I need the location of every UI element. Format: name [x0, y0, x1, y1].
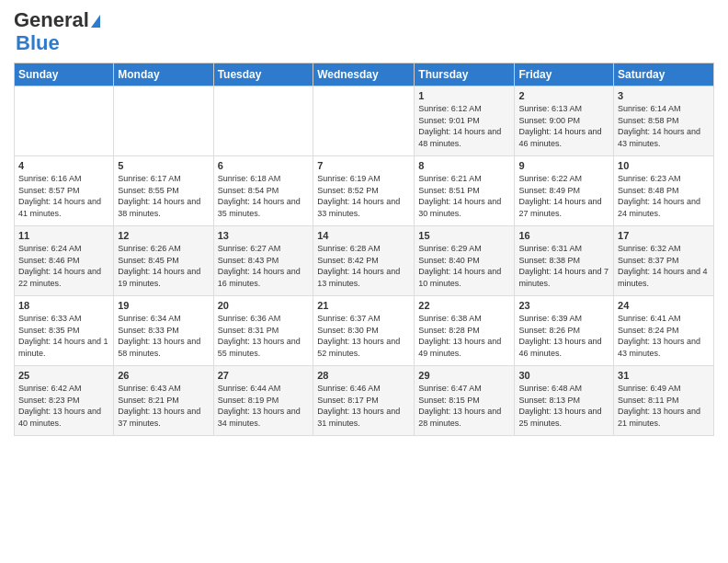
- day-info: Sunrise: 6:49 AM Sunset: 8:11 PM Dayligh…: [618, 383, 710, 429]
- calendar-cell: 16Sunrise: 6:31 AM Sunset: 8:38 PM Dayli…: [515, 226, 614, 296]
- day-info: Sunrise: 6:36 AM Sunset: 8:31 PM Dayligh…: [218, 313, 310, 359]
- day-info: Sunrise: 6:33 AM Sunset: 8:35 PM Dayligh…: [18, 313, 109, 359]
- day-info: Sunrise: 6:27 AM Sunset: 8:43 PM Dayligh…: [218, 243, 310, 289]
- calendar-cell: 11Sunrise: 6:24 AM Sunset: 8:46 PM Dayli…: [15, 226, 114, 296]
- day-number: 29: [418, 370, 510, 381]
- day-number: 18: [18, 300, 109, 311]
- calendar-cell: 21Sunrise: 6:37 AM Sunset: 8:30 PM Dayli…: [313, 296, 415, 366]
- calendar-cell: 23Sunrise: 6:39 AM Sunset: 8:26 PM Dayli…: [515, 296, 614, 366]
- day-number: 27: [218, 370, 310, 381]
- header-row: SundayMondayTuesdayWednesdayThursdayFrid…: [15, 63, 714, 86]
- day-info: Sunrise: 6:21 AM Sunset: 8:51 PM Dayligh…: [418, 173, 510, 219]
- day-info: Sunrise: 6:14 AM Sunset: 8:58 PM Dayligh…: [618, 103, 710, 149]
- day-info: Sunrise: 6:23 AM Sunset: 8:48 PM Dayligh…: [618, 173, 710, 219]
- day-info: Sunrise: 6:41 AM Sunset: 8:24 PM Dayligh…: [618, 313, 710, 359]
- day-info: Sunrise: 6:12 AM Sunset: 9:01 PM Dayligh…: [418, 103, 510, 149]
- day-info: Sunrise: 6:43 AM Sunset: 8:21 PM Dayligh…: [118, 383, 209, 429]
- day-number: 4: [18, 160, 109, 171]
- page-container: General Blue SundayMondayTuesdayWednesda…: [0, 0, 728, 445]
- calendar-cell: 29Sunrise: 6:47 AM Sunset: 8:15 PM Dayli…: [415, 366, 515, 436]
- col-header-tuesday: Tuesday: [213, 63, 313, 86]
- day-info: Sunrise: 6:13 AM Sunset: 9:00 PM Dayligh…: [518, 103, 609, 149]
- col-header-friday: Friday: [515, 63, 614, 86]
- day-number: 8: [418, 160, 510, 171]
- day-info: Sunrise: 6:38 AM Sunset: 8:28 PM Dayligh…: [418, 313, 510, 359]
- calendar-week-row: 18Sunrise: 6:33 AM Sunset: 8:35 PM Dayli…: [15, 296, 714, 366]
- calendar-cell: 10Sunrise: 6:23 AM Sunset: 8:48 PM Dayli…: [614, 156, 714, 226]
- calendar-cell: 31Sunrise: 6:49 AM Sunset: 8:11 PM Dayli…: [614, 366, 714, 436]
- day-info: Sunrise: 6:24 AM Sunset: 8:46 PM Dayligh…: [18, 243, 109, 289]
- day-number: 11: [18, 230, 109, 241]
- calendar-week-row: 4Sunrise: 6:16 AM Sunset: 8:57 PM Daylig…: [15, 156, 714, 226]
- calendar-table: SundayMondayTuesdayWednesdayThursdayFrid…: [14, 63, 714, 436]
- day-number: 1: [418, 90, 510, 101]
- day-number: 30: [518, 370, 609, 381]
- day-info: Sunrise: 6:39 AM Sunset: 8:26 PM Dayligh…: [518, 313, 609, 359]
- col-header-monday: Monday: [114, 63, 213, 86]
- calendar-cell: 19Sunrise: 6:34 AM Sunset: 8:33 PM Dayli…: [114, 296, 213, 366]
- logo-text: General: [14, 9, 100, 31]
- calendar-cell: 20Sunrise: 6:36 AM Sunset: 8:31 PM Dayli…: [213, 296, 313, 366]
- calendar-cell: [15, 86, 114, 156]
- day-number: 19: [118, 300, 209, 311]
- day-number: 7: [317, 160, 410, 171]
- day-info: Sunrise: 6:37 AM Sunset: 8:30 PM Dayligh…: [317, 313, 410, 359]
- day-number: 12: [118, 230, 209, 241]
- day-info: Sunrise: 6:42 AM Sunset: 8:23 PM Dayligh…: [18, 383, 109, 429]
- calendar-cell: [313, 86, 415, 156]
- day-info: Sunrise: 6:28 AM Sunset: 8:42 PM Dayligh…: [317, 243, 410, 289]
- day-number: 17: [618, 230, 710, 241]
- day-number: 23: [518, 300, 609, 311]
- calendar-cell: 22Sunrise: 6:38 AM Sunset: 8:28 PM Dayli…: [415, 296, 515, 366]
- day-number: 20: [218, 300, 310, 311]
- day-info: Sunrise: 6:32 AM Sunset: 8:37 PM Dayligh…: [618, 243, 710, 289]
- day-info: Sunrise: 6:44 AM Sunset: 8:19 PM Dayligh…: [218, 383, 310, 429]
- calendar-cell: 18Sunrise: 6:33 AM Sunset: 8:35 PM Dayli…: [15, 296, 114, 366]
- day-number: 14: [317, 230, 410, 241]
- header: General Blue: [14, 9, 714, 55]
- calendar-cell: 17Sunrise: 6:32 AM Sunset: 8:37 PM Dayli…: [614, 226, 714, 296]
- day-number: 16: [518, 230, 609, 241]
- calendar-week-row: 11Sunrise: 6:24 AM Sunset: 8:46 PM Dayli…: [15, 226, 714, 296]
- day-number: 10: [618, 160, 710, 171]
- calendar-cell: 9Sunrise: 6:22 AM Sunset: 8:49 PM Daylig…: [515, 156, 614, 226]
- calendar-cell: 1Sunrise: 6:12 AM Sunset: 9:01 PM Daylig…: [415, 86, 515, 156]
- day-info: Sunrise: 6:29 AM Sunset: 8:40 PM Dayligh…: [418, 243, 510, 289]
- calendar-cell: 28Sunrise: 6:46 AM Sunset: 8:17 PM Dayli…: [313, 366, 415, 436]
- calendar-cell: 14Sunrise: 6:28 AM Sunset: 8:42 PM Dayli…: [313, 226, 415, 296]
- calendar-cell: 8Sunrise: 6:21 AM Sunset: 8:51 PM Daylig…: [415, 156, 515, 226]
- calendar-cell: 2Sunrise: 6:13 AM Sunset: 9:00 PM Daylig…: [515, 86, 614, 156]
- calendar-cell: 15Sunrise: 6:29 AM Sunset: 8:40 PM Dayli…: [415, 226, 515, 296]
- day-info: Sunrise: 6:18 AM Sunset: 8:54 PM Dayligh…: [218, 173, 310, 219]
- day-info: Sunrise: 6:17 AM Sunset: 8:55 PM Dayligh…: [118, 173, 209, 219]
- calendar-cell: 25Sunrise: 6:42 AM Sunset: 8:23 PM Dayli…: [15, 366, 114, 436]
- calendar-cell: 30Sunrise: 6:48 AM Sunset: 8:13 PM Dayli…: [515, 366, 614, 436]
- day-number: 2: [518, 90, 609, 101]
- col-header-thursday: Thursday: [415, 63, 515, 86]
- day-number: 25: [18, 370, 109, 381]
- day-number: 13: [218, 230, 310, 241]
- day-number: 21: [317, 300, 410, 311]
- calendar-cell: [213, 86, 313, 156]
- day-info: Sunrise: 6:34 AM Sunset: 8:33 PM Dayligh…: [118, 313, 209, 359]
- day-info: Sunrise: 6:19 AM Sunset: 8:52 PM Dayligh…: [317, 173, 410, 219]
- day-number: 22: [418, 300, 510, 311]
- day-info: Sunrise: 6:48 AM Sunset: 8:13 PM Dayligh…: [518, 383, 609, 429]
- day-number: 9: [518, 160, 609, 171]
- col-header-saturday: Saturday: [614, 63, 714, 86]
- calendar-cell: 3Sunrise: 6:14 AM Sunset: 8:58 PM Daylig…: [614, 86, 714, 156]
- day-info: Sunrise: 6:46 AM Sunset: 8:17 PM Dayligh…: [317, 383, 410, 429]
- calendar-cell: 7Sunrise: 6:19 AM Sunset: 8:52 PM Daylig…: [313, 156, 415, 226]
- calendar-cell: 12Sunrise: 6:26 AM Sunset: 8:45 PM Dayli…: [114, 226, 213, 296]
- day-number: 3: [618, 90, 710, 101]
- day-number: 24: [618, 300, 710, 311]
- day-info: Sunrise: 6:22 AM Sunset: 8:49 PM Dayligh…: [518, 173, 609, 219]
- day-number: 15: [418, 230, 510, 241]
- day-info: Sunrise: 6:47 AM Sunset: 8:15 PM Dayligh…: [418, 383, 510, 429]
- calendar-cell: 24Sunrise: 6:41 AM Sunset: 8:24 PM Dayli…: [614, 296, 714, 366]
- day-number: 26: [118, 370, 209, 381]
- calendar-cell: 5Sunrise: 6:17 AM Sunset: 8:55 PM Daylig…: [114, 156, 213, 226]
- calendar-cell: 6Sunrise: 6:18 AM Sunset: 8:54 PM Daylig…: [213, 156, 313, 226]
- day-info: Sunrise: 6:26 AM Sunset: 8:45 PM Dayligh…: [118, 243, 209, 289]
- calendar-week-row: 25Sunrise: 6:42 AM Sunset: 8:23 PM Dayli…: [15, 366, 714, 436]
